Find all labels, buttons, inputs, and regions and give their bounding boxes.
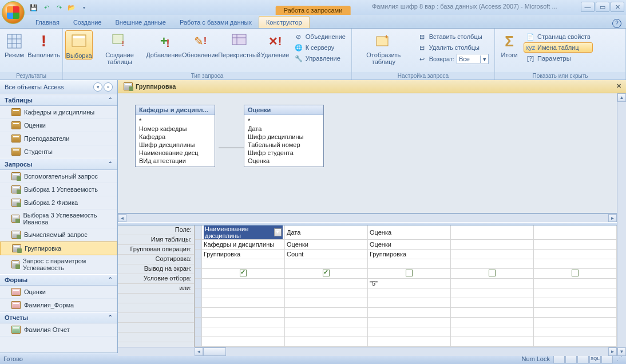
nav-filter-icon[interactable]: ▾ [93, 82, 102, 92]
qbe-cell[interactable]: Группировка [202, 250, 285, 259]
table-field[interactable]: Шифр дисциплины [139, 141, 211, 149]
make-table-button[interactable]: ! Создание таблицы [94, 30, 145, 65]
chevron-down-icon[interactable]: ▾ [274, 228, 282, 236]
nav-group-header[interactable]: Таблицы⌃ [0, 94, 117, 106]
qbe-cell[interactable] [451, 279, 534, 288]
qbe-cell[interactable]: Оценки [368, 240, 451, 250]
qbe-cell[interactable]: Count [285, 250, 368, 259]
qbe-cell[interactable]: Кафедры и дисциплины [202, 240, 285, 250]
table-field[interactable]: * [248, 117, 320, 125]
collapse-icon[interactable]: ⌃ [108, 97, 113, 104]
qbe-cell[interactable] [285, 259, 368, 269]
table-field[interactable]: Табельный номер [248, 141, 320, 149]
save-icon[interactable]: 💾 [29, 2, 39, 13]
table-box-header[interactable]: Оценки [244, 105, 323, 115]
table-field[interactable]: * [139, 117, 211, 125]
checkbox[interactable] [489, 270, 496, 276]
qbe-cell[interactable] [451, 259, 534, 269]
append-button[interactable]: +! Добавление [146, 30, 181, 58]
qat-dropdown-icon[interactable]: ▼ [79, 2, 89, 13]
qbe-cell[interactable] [534, 240, 617, 250]
qbe-cell[interactable]: Дата [285, 225, 368, 240]
table-field[interactable]: ВИд аттестации [139, 157, 211, 165]
nav-item[interactable]: Фамилия_Форма [0, 299, 117, 312]
redo-icon[interactable]: ↷ [54, 2, 64, 13]
scroll-down-button[interactable]: ▼ [617, 347, 626, 356]
qbe-cell[interactable] [202, 269, 285, 279]
nav-group-header[interactable]: Отчеты⌃ [0, 312, 117, 323]
crosstab-button[interactable]: Перекрестный [219, 30, 260, 58]
row-selector[interactable] [195, 240, 202, 250]
qbe-cell[interactable] [368, 269, 451, 279]
table-field[interactable]: Оценка [248, 157, 320, 165]
nav-item[interactable]: Оценки [0, 286, 117, 299]
qbe-cell[interactable]: Наименование дисциплины▾ [202, 225, 285, 240]
table-names-button[interactable]: xyzИмена таблиц [524, 42, 593, 53]
totals-button[interactable]: Σ Итоги [497, 30, 521, 58]
document-tab[interactable]: Группировка ✕ [118, 80, 626, 93]
collapse-icon[interactable]: ⌃ [108, 161, 113, 168]
nav-item[interactable]: Преподаватели [0, 132, 117, 145]
qbe-cell[interactable] [285, 269, 368, 279]
datadefinition-button[interactable]: 🔧Управление [292, 53, 348, 64]
scroll-right-button[interactable]: ► [608, 214, 617, 222]
row-selector[interactable] [195, 259, 202, 269]
qbe-cell[interactable] [202, 259, 285, 269]
qbe-cell[interactable]: Группировка [368, 250, 451, 259]
nav-collapse-icon[interactable]: « [104, 82, 113, 92]
row-selector[interactable] [195, 279, 202, 288]
collapse-icon[interactable]: ⌃ [108, 314, 113, 321]
nav-header[interactable]: Все объекты Access ▾ « [0, 80, 117, 94]
checkbox[interactable] [323, 270, 330, 276]
qbe-cell[interactable] [534, 269, 617, 279]
nav-item[interactable]: Выборка 2 Физика [0, 196, 117, 209]
office-button[interactable] [2, 1, 25, 24]
tab-create[interactable]: Создание [66, 17, 109, 28]
union-button[interactable]: ⊘Объединение [292, 31, 348, 42]
checkbox[interactable] [240, 270, 247, 276]
tab-database-tools[interactable]: Работа с базами данных [173, 17, 259, 28]
qbe-columns[interactable]: Наименование дисциплины▾ДатаОценкаКафедр… [195, 225, 617, 347]
nav-item[interactable]: Запрос с параметром Успеваемость [0, 255, 117, 274]
qbe-cell[interactable] [202, 288, 285, 298]
maximize-button[interactable]: ▭ [596, 2, 609, 12]
show-table-button[interactable]: + Отобразить таблицу [354, 30, 413, 65]
table-field[interactable]: Шифр дисциплины [248, 133, 320, 141]
update-button[interactable]: ✎! Обновление [183, 30, 218, 58]
nav-item[interactable]: Вспомогательный запрос [0, 170, 117, 183]
nav-item[interactable]: Выборка 1 Успеваемость [0, 183, 117, 196]
tab-home[interactable]: Главная [29, 17, 66, 28]
nav-item[interactable]: Вычисляемый запрос [0, 228, 117, 242]
view-button[interactable]: Режим [2, 30, 26, 58]
qbe-cell[interactable] [451, 250, 534, 259]
qbe-cell[interactable] [534, 259, 617, 269]
table-field[interactable]: Номер кафедры [139, 125, 211, 133]
table-field[interactable]: Шифр студента [248, 149, 320, 157]
minimize-button[interactable]: — [581, 2, 595, 12]
tab-external-data[interactable]: Внешние данные [109, 17, 173, 28]
qbe-cell[interactable] [451, 225, 534, 240]
qbe-cell[interactable] [534, 279, 617, 288]
checkbox[interactable] [406, 270, 413, 276]
qbe-cell[interactable] [451, 288, 534, 298]
nav-group-header[interactable]: Запросы⌃ [0, 159, 117, 170]
qbe-cell[interactable] [202, 279, 285, 288]
qbe-cell[interactable] [285, 288, 368, 298]
close-button[interactable]: ✕ [611, 2, 624, 12]
help-icon[interactable]: ? [612, 19, 621, 28]
select-query-button[interactable]: Выборка [65, 30, 93, 60]
qbe-cell[interactable]: Оценки [285, 240, 368, 250]
qbe-cell[interactable] [534, 250, 617, 259]
table-field[interactable]: Наименование дисц [139, 149, 211, 157]
table-box[interactable]: Кафедры и дисципл...*Номер кафедрыКафедр… [135, 105, 215, 167]
nav-item[interactable]: Выборка 3 Успеваемость Иванова [0, 209, 117, 228]
nav-item[interactable]: Оценки [0, 119, 117, 132]
qbe-scroll-right[interactable]: ► [608, 347, 617, 356]
qbe-cell[interactable] [451, 240, 534, 250]
scroll-left-button[interactable]: ◄ [118, 214, 126, 222]
qbe-cell[interactable]: "5" [368, 279, 451, 288]
parameters-button[interactable]: [?]Параметры [524, 53, 593, 64]
passthrough-button[interactable]: 🌐К серверу [292, 42, 348, 53]
table-field[interactable]: Дата [248, 125, 320, 133]
chevron-down-icon[interactable]: ▾ [480, 56, 488, 63]
